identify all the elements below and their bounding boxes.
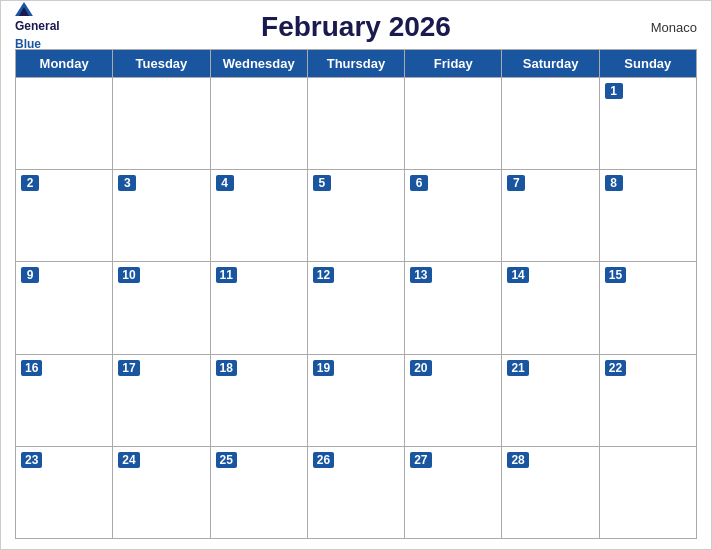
date-number: 27	[410, 452, 431, 468]
calendar-grid: Monday Tuesday Wednesday Thursday Friday…	[15, 49, 697, 539]
calendar-cell: 23	[16, 447, 113, 539]
calendar-cell: 28	[502, 447, 599, 539]
header-saturday: Saturday	[502, 50, 599, 78]
date-number: 19	[313, 360, 334, 376]
date-number: 14	[507, 267, 528, 283]
calendar-cell: 27	[405, 447, 502, 539]
calendar-cell	[16, 78, 113, 170]
header-sunday: Sunday	[600, 50, 697, 78]
calendar-cell: 8	[600, 170, 697, 262]
date-number: 25	[216, 452, 237, 468]
date-number: 13	[410, 267, 431, 283]
calendar-cell: 18	[211, 355, 308, 447]
calendar-container: General Blue February 2026 Monaco Monday…	[0, 0, 712, 550]
date-number: 7	[507, 175, 525, 191]
calendar-cell: 10	[113, 262, 210, 354]
calendar-cell: 5	[308, 170, 405, 262]
country-label: Monaco	[651, 20, 697, 35]
date-number: 18	[216, 360, 237, 376]
generalblue-logo-icon	[15, 2, 33, 16]
calendar-cell	[211, 78, 308, 170]
calendar-cell: 17	[113, 355, 210, 447]
date-number: 11	[216, 267, 237, 283]
date-number: 9	[21, 267, 39, 283]
date-number: 3	[118, 175, 136, 191]
calendar-cell: 24	[113, 447, 210, 539]
calendar-header: General Blue February 2026 Monaco	[15, 11, 697, 43]
calendar-cell	[308, 78, 405, 170]
date-number: 1	[605, 83, 623, 99]
calendar-cell	[600, 447, 697, 539]
header-monday: Monday	[16, 50, 113, 78]
date-number: 10	[118, 267, 139, 283]
calendar-cell: 7	[502, 170, 599, 262]
header-wednesday: Wednesday	[211, 50, 308, 78]
date-number: 26	[313, 452, 334, 468]
calendar-cell	[502, 78, 599, 170]
calendar-cell: 14	[502, 262, 599, 354]
calendar-cell: 13	[405, 262, 502, 354]
date-number: 2	[21, 175, 39, 191]
logo-blue-text: Blue	[15, 37, 41, 51]
week-row-5: 232425262728	[16, 447, 697, 539]
calendar-cell: 2	[16, 170, 113, 262]
calendar-cell: 21	[502, 355, 599, 447]
date-number: 5	[313, 175, 331, 191]
calendar-cell: 9	[16, 262, 113, 354]
calendar-cell: 20	[405, 355, 502, 447]
date-number: 4	[216, 175, 234, 191]
logo-area: General Blue	[15, 2, 60, 51]
week-row-2: 2345678	[16, 170, 697, 262]
week-row-4: 16171819202122	[16, 355, 697, 447]
date-number: 28	[507, 452, 528, 468]
calendar-cell: 25	[211, 447, 308, 539]
calendar-cell	[113, 78, 210, 170]
calendar-cell: 22	[600, 355, 697, 447]
calendar-cell: 16	[16, 355, 113, 447]
calendar-cell: 1	[600, 78, 697, 170]
calendar-cell: 6	[405, 170, 502, 262]
calendar-cell: 19	[308, 355, 405, 447]
calendar-cell: 4	[211, 170, 308, 262]
week-row-1: 1	[16, 78, 697, 170]
calendar-cell: 26	[308, 447, 405, 539]
calendar-cell: 12	[308, 262, 405, 354]
date-number: 16	[21, 360, 42, 376]
date-number: 15	[605, 267, 626, 283]
date-number: 21	[507, 360, 528, 376]
date-number: 23	[21, 452, 42, 468]
header-friday: Friday	[405, 50, 502, 78]
header-thursday: Thursday	[308, 50, 405, 78]
date-number: 17	[118, 360, 139, 376]
date-number: 22	[605, 360, 626, 376]
calendar-title: February 2026	[261, 11, 451, 43]
date-number: 20	[410, 360, 431, 376]
date-number: 8	[605, 175, 623, 191]
calendar-cell	[405, 78, 502, 170]
header-tuesday: Tuesday	[113, 50, 210, 78]
weeks-container: 1234567891011121314151617181920212223242…	[16, 78, 697, 539]
weekday-header-row: Monday Tuesday Wednesday Thursday Friday…	[16, 50, 697, 78]
calendar-cell: 15	[600, 262, 697, 354]
week-row-3: 9101112131415	[16, 262, 697, 354]
calendar-cell: 3	[113, 170, 210, 262]
date-number: 12	[313, 267, 334, 283]
calendar-cell: 11	[211, 262, 308, 354]
logo-general-text: General	[15, 19, 60, 33]
date-number: 6	[410, 175, 428, 191]
date-number: 24	[118, 452, 139, 468]
